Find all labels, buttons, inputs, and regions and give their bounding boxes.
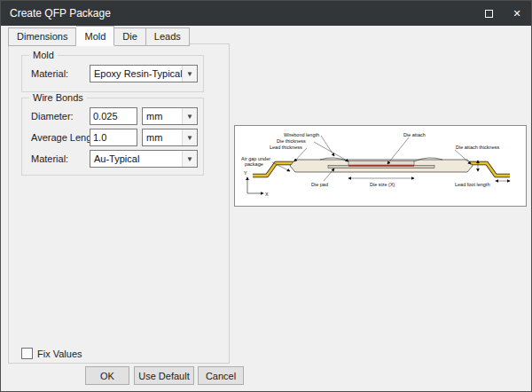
wire-material-value: Au-Typical (90, 153, 182, 164)
fix-values-label: Fix Values (37, 349, 82, 359)
chevron-down-icon[interactable]: ▼ (182, 151, 197, 167)
qfp-cross-section-diagram: Y X Wirebond length Die thickness Lead t… (234, 125, 527, 207)
die-attach-shape (348, 165, 414, 167)
wire-material-label: Material: (31, 153, 68, 164)
maximize-button[interactable] (474, 1, 503, 26)
diameter-label: Diameter: (31, 111, 74, 122)
maximize-icon (485, 10, 493, 18)
mold-group-title: Mold (29, 50, 58, 60)
tab-die[interactable]: Die (114, 27, 146, 46)
ok-button[interactable]: OK (85, 366, 129, 385)
die-shape (348, 161, 414, 166)
die-attach-label: Die attach (403, 132, 426, 137)
mold-material-value: Epoxy Resin-Typical (90, 68, 182, 79)
mold-tab-page: Mold Material: Epoxy Resin-Typical ▼ Wir… (8, 43, 230, 364)
average-length-input[interactable] (90, 129, 137, 146)
qfp-diagram-svg: Y X Wirebond length Die thickness Lead t… (235, 126, 526, 206)
close-icon: ✕ (512, 8, 520, 20)
mold-groupbox: Mold Material: Epoxy Resin-Typical ▼ (21, 55, 204, 92)
air-gap-label-line2: package (245, 161, 263, 167)
wire-bonds-groupbox: Wire Bonds Diameter: mm ▼ Average Length… (21, 98, 204, 176)
lead-right (467, 163, 510, 176)
cancel-button[interactable]: Cancel (198, 366, 244, 385)
tab-mold[interactable]: Mold (76, 26, 114, 46)
wirebond-length-label: Wirebond length (284, 132, 319, 137)
leader-lines (272, 136, 510, 181)
diameter-unit-value: mm (143, 111, 182, 122)
average-length-unit-combobox[interactable]: mm ▼ (142, 129, 198, 146)
fix-values-checkbox-row[interactable]: Fix Values (21, 348, 82, 359)
mold-material-combobox[interactable]: Epoxy Resin-Typical ▼ (90, 65, 198, 82)
lead-thickness-label: Lead thickness (270, 145, 302, 150)
chevron-down-icon[interactable]: ▼ (182, 66, 197, 82)
fix-values-checkbox[interactable] (21, 348, 33, 359)
die-thickness-label: Die thickness (277, 138, 306, 144)
die-attach-thickness-label: Die attach thickness (456, 145, 499, 150)
chevron-down-icon[interactable]: ▼ (182, 108, 197, 124)
diameter-input[interactable] (90, 107, 137, 125)
wire-material-combobox[interactable]: Au-Typical ▼ (90, 150, 198, 168)
window-title: Create QFP Package (1, 7, 474, 20)
diameter-unit-combobox[interactable]: mm ▼ (142, 107, 198, 125)
mold-material-label: Material: (31, 68, 68, 79)
tab-strip: Dimensions Mold Die Leads (8, 27, 190, 46)
close-button[interactable]: ✕ (503, 1, 531, 26)
axis-x-label: X (265, 192, 269, 197)
average-length-unit-value: mm (143, 132, 182, 143)
axis-indicator (247, 177, 263, 193)
lead-foot-length-label: Lead foot length (455, 182, 489, 187)
titlebar[interactable]: Create QFP Package ✕ (1, 1, 531, 26)
die-pad-label: Die pad (311, 182, 328, 187)
die-size-label: Die size (X) (370, 182, 395, 187)
wire-bonds-group-title: Wire Bonds (29, 92, 87, 103)
axis-y-label: Y (244, 170, 247, 176)
create-qfp-package-dialog: Create QFP Package ✕ Dimensions Mold Die… (0, 0, 532, 392)
tab-dimensions[interactable]: Dimensions (8, 27, 76, 46)
chevron-down-icon[interactable]: ▼ (182, 129, 197, 145)
tab-leads[interactable]: Leads (146, 27, 190, 46)
use-default-button[interactable]: Use Default (134, 366, 194, 385)
